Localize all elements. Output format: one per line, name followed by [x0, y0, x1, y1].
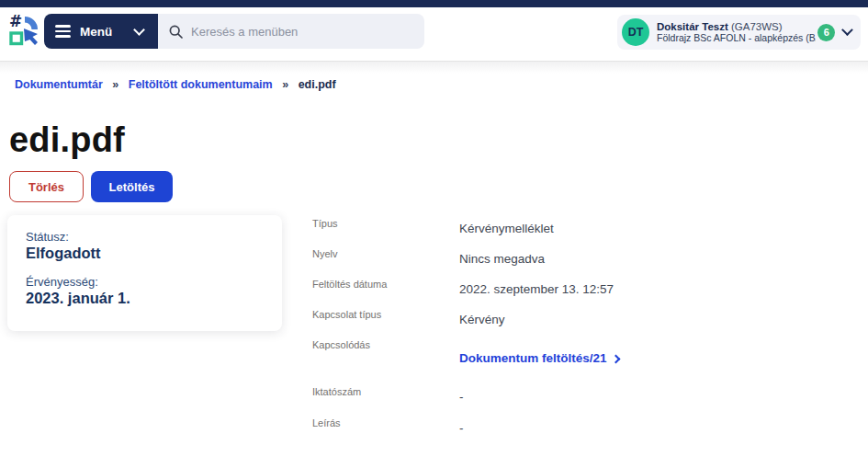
detail-value: Kérvénymelléklet — [459, 218, 845, 248]
breadcrumb: Dokumentumtár » Feltöltött dokumentumaim… — [15, 78, 336, 91]
breadcrumb-separator: » — [112, 78, 118, 91]
svg-text:#: # — [9, 14, 22, 30]
detail-value: Nincs megadva — [459, 248, 845, 279]
detail-label: Leírás — [312, 417, 459, 448]
user-info: Doksitár Teszt (GA73WS) Földrajz BSc AFO… — [657, 21, 816, 43]
menu-button[interactable]: Menü — [44, 14, 158, 49]
detail-label: Iktatószám — [312, 386, 459, 417]
detail-label: Feltöltés dátuma — [312, 279, 459, 309]
magnifier-icon — [169, 25, 183, 39]
detail-value: - — [459, 386, 845, 417]
detail-row-leiras: Leírás - — [312, 417, 845, 448]
header-divider — [0, 61, 868, 74]
validity-value: 2023. január 1. — [26, 290, 264, 307]
chevron-down-icon — [841, 24, 853, 36]
search-input[interactable] — [191, 25, 413, 39]
avatar: DT — [622, 18, 649, 46]
neptun-logo: # — [9, 14, 39, 47]
detail-label: Kapcsolódás — [312, 339, 459, 386]
detail-value: Kérvény — [459, 309, 845, 339]
detail-row-iktatoszam: Iktatószám - — [312, 386, 845, 417]
hamburger-icon — [55, 25, 71, 37]
detail-row-kapcsolat-tipus: Kapcsolat típus Kérvény — [312, 309, 845, 339]
detail-label: Típus — [312, 218, 459, 248]
breadcrumb-link-feltoltott-dokumentumaim[interactable]: Feltöltött dokumentumaim — [129, 78, 273, 91]
notification-badge: 6 — [817, 24, 835, 41]
user-program: Földrajz BSc AFOLN - alapképzés (BA/BSc.… — [657, 32, 816, 43]
action-buttons: Törlés Letöltés — [9, 171, 173, 202]
detail-label: Nyelv — [312, 248, 459, 279]
menu-button-label: Menü — [80, 25, 112, 39]
chevron-down-icon — [133, 24, 145, 36]
breadcrumb-separator: » — [282, 78, 288, 91]
user-menu[interactable]: DT Doksitár Teszt (GA73WS) Földrajz BSc … — [617, 15, 861, 50]
document-detail-page: # Menü DT Doksitár Teszt (GA73WS) — [0, 0, 868, 468]
delete-button[interactable]: Törlés — [9, 171, 84, 202]
related-document-link-label: Dokumentum feltöltés/21 — [459, 351, 607, 365]
status-label: Státusz: — [26, 230, 264, 244]
user-name: Doksitár Teszt — [657, 21, 728, 32]
detail-label: Kapcsolat típus — [312, 309, 459, 339]
validity-label: Érvényesség: — [26, 275, 264, 289]
related-document-link[interactable]: Dokumentum feltöltés/21 — [459, 351, 619, 365]
header: # Menü DT Doksitár Teszt (GA73WS) — [0, 7, 868, 61]
detail-row-kapcsolodas: Kapcsolódás Dokumentum feltöltés/21 — [312, 339, 845, 386]
breadcrumb-link-dokumentumtar[interactable]: Dokumentumtár — [15, 78, 103, 91]
menu-search-box — [158, 14, 424, 49]
document-details: Típus Kérvénymelléklet Nyelv Nincs megad… — [312, 218, 845, 448]
detail-row-nyelv: Nyelv Nincs megadva — [312, 248, 845, 279]
status-value: Elfogadott — [26, 245, 264, 262]
detail-row-tipus: Típus Kérvénymelléklet — [312, 218, 845, 248]
top-accent-bar — [0, 0, 868, 7]
download-button[interactable]: Letöltés — [91, 171, 173, 202]
detail-row-feltoltes-datuma: Feltöltés dátuma 2022. szeptember 13. 12… — [312, 279, 845, 309]
status-card: Státusz: Elfogadott Érvényesség: 2023. j… — [7, 215, 282, 331]
chevron-right-icon — [611, 355, 620, 364]
detail-value: - — [459, 417, 845, 448]
breadcrumb-current: edi.pdf — [299, 78, 336, 91]
user-code: (GA73WS) — [731, 21, 783, 32]
page-title: edi.pdf — [9, 120, 125, 160]
detail-value: 2022. szeptember 13. 12:57 — [459, 279, 845, 309]
